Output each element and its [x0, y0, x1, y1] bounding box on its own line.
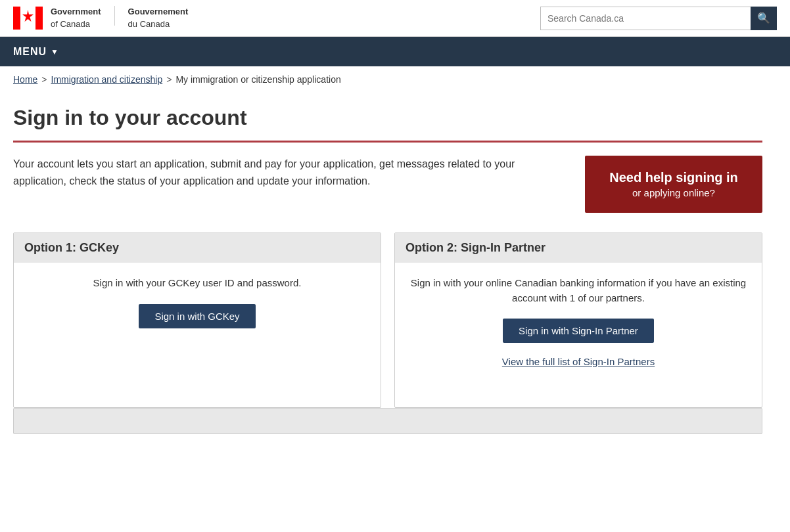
menu-button[interactable]: MENU ▼: [13, 46, 59, 58]
breadcrumb: Home > Immigration and citizenship > My …: [0, 66, 790, 93]
title-underline: [13, 141, 762, 143]
chevron-down-icon: ▼: [51, 47, 59, 56]
name-divider: [114, 6, 115, 26]
gov-fr-line2: du Canada: [128, 18, 189, 30]
search-area: 🔍: [540, 7, 777, 30]
help-box[interactable]: Need help signing in or applying online?: [585, 156, 762, 213]
content-row: Your account lets you start an applicati…: [13, 156, 762, 213]
option1-body: Sign in with your GCKey user ID and pass…: [14, 263, 381, 407]
logo-area: Government of Canada Gouvernement du Can…: [13, 6, 188, 30]
search-button[interactable]: 🔍: [751, 7, 777, 30]
breadcrumb-immigration[interactable]: Immigration and citizenship: [51, 74, 163, 85]
breadcrumb-current: My immigration or citizenship applicatio…: [175, 74, 340, 85]
gckey-signin-button[interactable]: Sign in with GCKey: [139, 304, 255, 328]
option2-header: Option 2: Sign-In Partner: [395, 233, 762, 263]
page-title: Sign in to your account: [13, 106, 762, 130]
gov-en-line1: Government: [51, 6, 101, 18]
canada-flag-icon: [13, 7, 43, 30]
gov-name-english: Government of Canada: [51, 6, 101, 30]
breadcrumb-home[interactable]: Home: [13, 74, 37, 85]
help-box-sub: or applying online?: [605, 186, 743, 200]
signin-partner-button[interactable]: Sign in with Sign-In Partner: [503, 319, 654, 343]
svg-rect-0: [13, 7, 20, 30]
option2-body: Sign in with your online Canadian bankin…: [395, 263, 762, 407]
view-signin-partners-link[interactable]: View the full list of Sign-In Partners: [502, 356, 655, 367]
help-box-title: Need help signing in: [605, 169, 743, 186]
gov-en-line2: of Canada: [51, 18, 101, 30]
search-input[interactable]: [540, 7, 751, 30]
gov-name-french: Gouvernement du Canada: [128, 6, 189, 30]
bottom-card: [13, 408, 762, 434]
option2-card: Option 2: Sign-In Partner Sign in with y…: [394, 233, 762, 408]
site-header: Government of Canada Gouvernement du Can…: [0, 0, 790, 37]
option1-card: Option 1: GCKey Sign in with your GCKey …: [13, 233, 381, 408]
gov-fr-line1: Gouvernement: [128, 6, 189, 18]
main-content: Sign in to your account Your account let…: [0, 93, 776, 460]
breadcrumb-sep-2: >: [166, 74, 172, 85]
option2-desc: Sign in with your online Canadian bankin…: [406, 276, 751, 305]
options-row: Option 1: GCKey Sign in with your GCKey …: [13, 233, 762, 408]
search-icon: 🔍: [757, 12, 770, 24]
government-name: Government of Canada Gouvernement du Can…: [51, 6, 188, 30]
option1-header: Option 1: GCKey: [14, 233, 381, 263]
breadcrumb-sep-1: >: [41, 74, 47, 85]
page-description: Your account lets you start an applicati…: [13, 156, 559, 189]
svg-rect-1: [35, 7, 43, 30]
nav-bar: MENU ▼: [0, 37, 790, 66]
menu-label: MENU: [13, 46, 47, 58]
option1-desc: Sign in with your GCKey user ID and pass…: [93, 276, 302, 291]
